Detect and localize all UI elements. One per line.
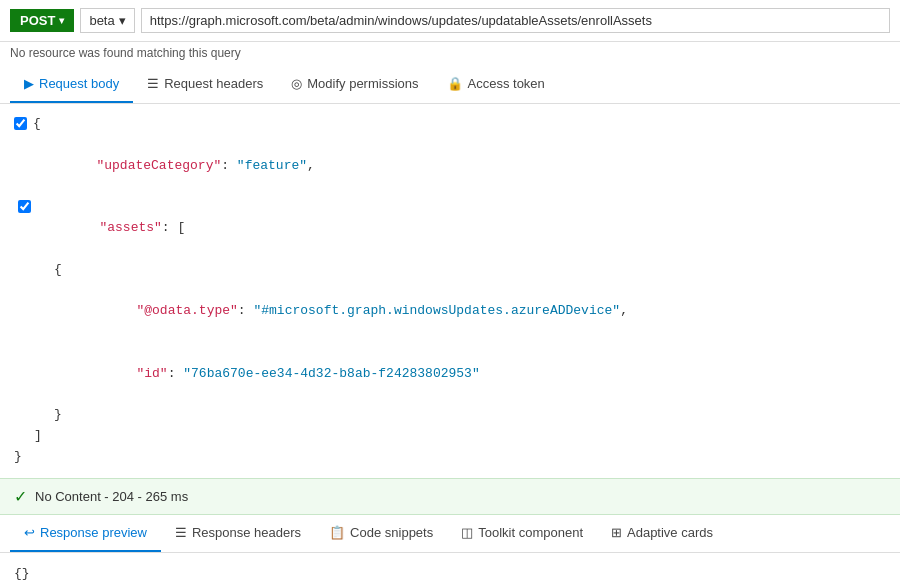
tab-request-headers-label: Request headers <box>164 76 263 91</box>
status-text: No Content - 204 - 265 ms <box>35 489 188 504</box>
tab-response-preview[interactable]: ↩ Response preview <box>10 515 161 552</box>
tab-toolkit-component-label: Toolkit component <box>478 525 583 540</box>
inner-brace-close: } <box>54 405 62 426</box>
top-bar: POST ▾ beta ▾ <box>0 0 900 42</box>
json-editor: { "updateCategory": "feature", "assets":… <box>14 114 886 468</box>
json-line-4: { <box>14 260 886 281</box>
toolkit-component-icon: ◫ <box>461 525 473 540</box>
tab-code-snippets-label: Code snippets <box>350 525 433 540</box>
checkbox-line-3[interactable] <box>18 200 31 213</box>
version-chevron-icon: ▾ <box>119 13 126 28</box>
tab-code-snippets[interactable]: 📋 Code snippets <box>315 515 447 552</box>
method-label: POST <box>20 13 55 28</box>
access-token-icon: 🔒 <box>447 76 463 91</box>
tab-request-body[interactable]: ▶ Request body <box>10 66 133 103</box>
array-close: ] <box>34 426 42 447</box>
json-key-assets: "assets": [ <box>37 197 185 259</box>
modify-permissions-icon: ◎ <box>291 76 302 91</box>
adaptive-cards-icon: ⊞ <box>611 525 622 540</box>
version-label: beta <box>89 13 114 28</box>
response-preview-icon: ↩ <box>24 525 35 540</box>
response-json-empty: {} <box>14 566 30 581</box>
json-line-9: } <box>14 447 886 468</box>
response-headers-icon: ☰ <box>175 525 187 540</box>
status-success-icon: ✓ <box>14 487 27 506</box>
response-body-content: {} <box>0 553 900 585</box>
json-line-2: "updateCategory": "feature", <box>14 135 886 197</box>
json-line-1: { <box>14 114 886 135</box>
request-headers-icon: ☰ <box>147 76 159 91</box>
checkbox-line-1[interactable] <box>14 117 27 130</box>
tab-request-body-label: Request body <box>39 76 119 91</box>
tab-response-preview-label: Response preview <box>40 525 147 540</box>
json-line-8: ] <box>14 426 886 447</box>
no-resource-message: No resource was found matching this quer… <box>0 42 900 66</box>
request-tabs-row: ▶ Request body ☰ Request headers ◎ Modif… <box>0 66 900 104</box>
tab-response-headers-label: Response headers <box>192 525 301 540</box>
tab-access-token[interactable]: 🔒 Access token <box>433 66 559 103</box>
brace-open: { <box>33 114 41 135</box>
json-line-3: "assets": [ <box>14 197 886 259</box>
request-body-icon: ▶ <box>24 76 34 91</box>
tab-request-headers[interactable]: ☰ Request headers <box>133 66 277 103</box>
tab-response-headers[interactable]: ☰ Response headers <box>161 515 315 552</box>
brace-close: } <box>14 447 22 468</box>
tab-access-token-label: Access token <box>468 76 545 91</box>
method-chevron-icon: ▾ <box>59 15 64 26</box>
tab-toolkit-component[interactable]: ◫ Toolkit component <box>447 515 597 552</box>
url-input[interactable] <box>141 8 890 33</box>
json-key-id: "id": "76ba670e-ee34-4d32-b8ab-f24283802… <box>74 343 480 405</box>
json-key-odata-type: "@odata.type": "#microsoft.graph.windows… <box>74 280 628 342</box>
tab-adaptive-cards-label: Adaptive cards <box>627 525 713 540</box>
inner-brace-open: { <box>54 260 62 281</box>
json-line-6: "id": "76ba670e-ee34-4d32-b8ab-f24283802… <box>14 343 886 405</box>
json-key-updateCategory: "updateCategory": "feature", <box>34 135 315 197</box>
code-snippets-icon: 📋 <box>329 525 345 540</box>
json-line-7: } <box>14 405 886 426</box>
response-tabs-row: ↩ Response preview ☰ Response headers 📋 … <box>0 515 900 553</box>
version-selector[interactable]: beta ▾ <box>80 8 134 33</box>
tab-adaptive-cards[interactable]: ⊞ Adaptive cards <box>597 515 727 552</box>
status-bar: ✓ No Content - 204 - 265 ms <box>0 478 900 515</box>
tab-modify-permissions-label: Modify permissions <box>307 76 418 91</box>
json-line-5: "@odata.type": "#microsoft.graph.windows… <box>14 280 886 342</box>
request-body-content: { "updateCategory": "feature", "assets":… <box>0 104 900 478</box>
method-button[interactable]: POST ▾ <box>10 9 74 32</box>
tab-modify-permissions[interactable]: ◎ Modify permissions <box>277 66 432 103</box>
